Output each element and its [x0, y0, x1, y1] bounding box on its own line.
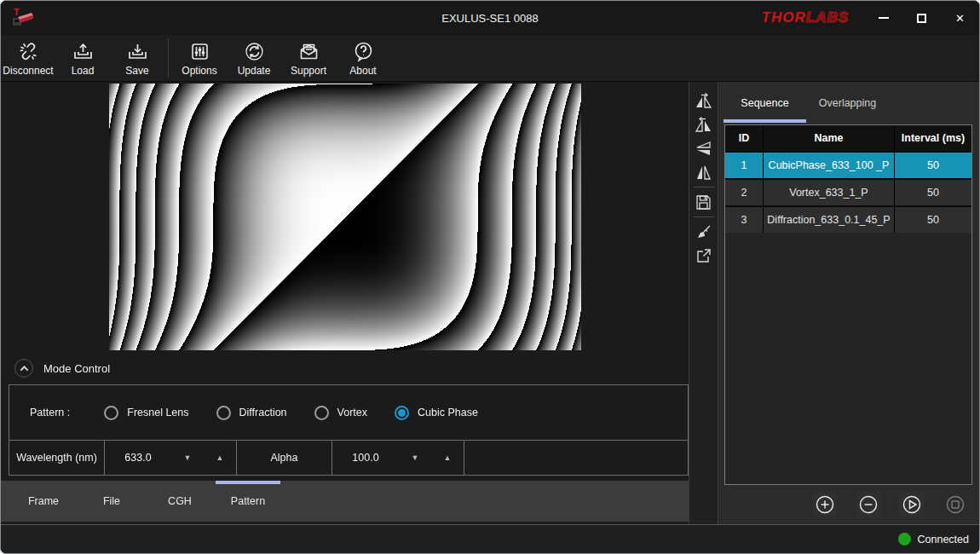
tab-pattern[interactable]: Pattern: [214, 481, 282, 522]
bottom-tab-bar: Frame File CGH Pattern: [1, 481, 689, 522]
options-label: Options: [182, 65, 216, 77]
chevron-up-icon: [20, 365, 28, 373]
tab-frame-label: Frame: [28, 495, 59, 507]
row-name: Vortex_633_1_P: [764, 180, 895, 205]
close-icon: ✕: [955, 12, 965, 25]
options-button[interactable]: Options: [172, 35, 227, 81]
row-interval: 50: [895, 180, 971, 205]
minus-circle-icon: [858, 494, 879, 515]
stop-sequence-button[interactable]: [943, 492, 968, 517]
disconnect-button[interactable]: Disconnect: [1, 35, 55, 81]
alpha-value[interactable]: 100.0: [332, 452, 399, 464]
row-name: CubicPhase_633_100 _P: [764, 153, 895, 178]
maximize-button[interactable]: [902, 1, 941, 35]
refresh-icon: [243, 40, 266, 63]
play-sequence-button[interactable]: [899, 492, 925, 517]
radio-fresnel-lens[interactable]: Fresnel Lens: [104, 406, 188, 420]
flip-vertical-icon: [695, 140, 712, 158]
parameter-row: Wavelength (nm) 633.0 ▼ ▲ Alpha 100.0 ▼ …: [9, 440, 688, 475]
radio-vortex[interactable]: Vortex: [314, 406, 367, 420]
radio-circle-selected-icon: [395, 406, 409, 420]
save-button[interactable]: Save: [110, 35, 164, 81]
table-row[interactable]: 1 CubicPhase_633_100 _P 50: [725, 151, 971, 178]
export-button[interactable]: [692, 244, 716, 268]
table-row[interactable]: 2 Vortex_633_1_P 50: [725, 178, 971, 205]
export-window-icon: [695, 247, 712, 265]
tab-sequence-label: Sequence: [741, 97, 788, 109]
load-button[interactable]: Load: [55, 35, 110, 81]
flip-vertical-button[interactable]: [692, 136, 716, 160]
tab-file[interactable]: File: [78, 481, 146, 522]
column-header-id: ID: [725, 125, 764, 151]
collapse-button[interactable]: [14, 359, 33, 378]
sequence-tab-bar: Sequence Overlapping: [718, 82, 979, 124]
wavelength-decrease-button[interactable]: ▼: [171, 453, 204, 462]
flip-rotate-ccw-icon: [695, 116, 712, 134]
tab-cgh[interactable]: CGH: [146, 481, 214, 522]
row-interval: 50: [895, 153, 971, 178]
alpha-decrease-button[interactable]: ▼: [399, 453, 431, 462]
row-name: Diffraction_633_0.1_45_P: [764, 207, 895, 233]
pattern-label: Pattern :: [30, 407, 70, 418]
strip-separator: [694, 187, 714, 188]
tab-overlapping[interactable]: Overlapping: [806, 82, 889, 124]
radio-cubic-phase[interactable]: Cubic Phase: [395, 406, 478, 420]
flip-rotate-cw-button[interactable]: [692, 89, 716, 113]
tab-pattern-label: Pattern: [231, 495, 265, 507]
support-label: Support: [291, 65, 326, 77]
pattern-viewport: [1, 82, 689, 350]
disconnect-label: Disconnect: [3, 65, 53, 77]
alpha-spinner: 100.0 ▼ ▲: [332, 441, 464, 475]
row-id: 3: [725, 207, 764, 233]
alpha-increase-button[interactable]: ▲: [431, 453, 464, 462]
flip-horizontal-button[interactable]: [692, 160, 716, 184]
save-pattern-button[interactable]: [692, 190, 716, 214]
mode-control-header: Mode Control: [1, 355, 689, 381]
main-content: Mode Control Pattern : Fresnel Lens Diff…: [1, 82, 979, 524]
radio-label: Cubic Phase: [418, 407, 478, 418]
mail-icon: [297, 40, 320, 63]
mode-control-title: Mode Control: [43, 362, 110, 375]
radio-diffraction[interactable]: Diffraction: [216, 406, 287, 420]
mode-control-panel: Pattern : Fresnel Lens Diffraction Vorte…: [9, 384, 689, 476]
tab-frame[interactable]: Frame: [9, 481, 78, 522]
table-row[interactable]: 3 Diffraction_633_0.1_45_P 50: [725, 205, 971, 233]
flip-rotate-ccw-button[interactable]: [692, 113, 716, 136]
image-tools-strip: [689, 82, 718, 524]
status-bar: Connected: [1, 524, 979, 553]
question-bubble-icon: [352, 40, 375, 63]
minimize-button[interactable]: [864, 1, 902, 35]
stop-circle-icon: [945, 494, 966, 515]
tab-overlapping-label: Overlapping: [819, 97, 876, 109]
tab-cgh-label: CGH: [168, 495, 192, 507]
wavelength-value[interactable]: 633.0: [105, 452, 171, 464]
update-button[interactable]: Update: [227, 35, 281, 81]
phase-pattern-canvas: [109, 84, 581, 350]
thorlabs-logo: THORLABS: [762, 9, 849, 26]
add-item-button[interactable]: [812, 492, 838, 517]
save-floppy-icon: [695, 193, 712, 211]
about-button[interactable]: About: [336, 35, 390, 81]
alpha-label: Alpha: [237, 441, 332, 475]
download-tray-icon: [126, 40, 149, 63]
play-circle-icon: [902, 494, 922, 515]
flip-rotate-cw-icon: [695, 92, 712, 110]
app-logo-icon: T: [9, 5, 35, 31]
about-label: About: [349, 65, 376, 77]
pattern-workspace: Mode Control Pattern : Fresnel Lens Diff…: [1, 82, 689, 524]
radio-label: Diffraction: [239, 407, 287, 418]
pattern-radio-row: Pattern : Fresnel Lens Diffraction Vorte…: [9, 385, 688, 440]
clear-button[interactable]: [692, 220, 716, 244]
support-button[interactable]: Support: [281, 35, 336, 81]
radio-circle-icon: [216, 406, 231, 420]
app-window: T EXULUS-SE1 0088 THORLABS ✕ Disconnect: [0, 0, 980, 554]
parameter-row-spacer: [464, 441, 688, 475]
close-button[interactable]: ✕: [941, 1, 979, 35]
connection-status-icon: [898, 533, 911, 545]
remove-item-button[interactable]: [856, 492, 881, 517]
radio-circle-icon: [314, 406, 329, 420]
wavelength-increase-button[interactable]: ▲: [204, 453, 236, 462]
upload-tray-icon: [72, 40, 95, 63]
tab-sequence[interactable]: Sequence: [723, 82, 806, 124]
table-empty-area: [725, 233, 971, 484]
